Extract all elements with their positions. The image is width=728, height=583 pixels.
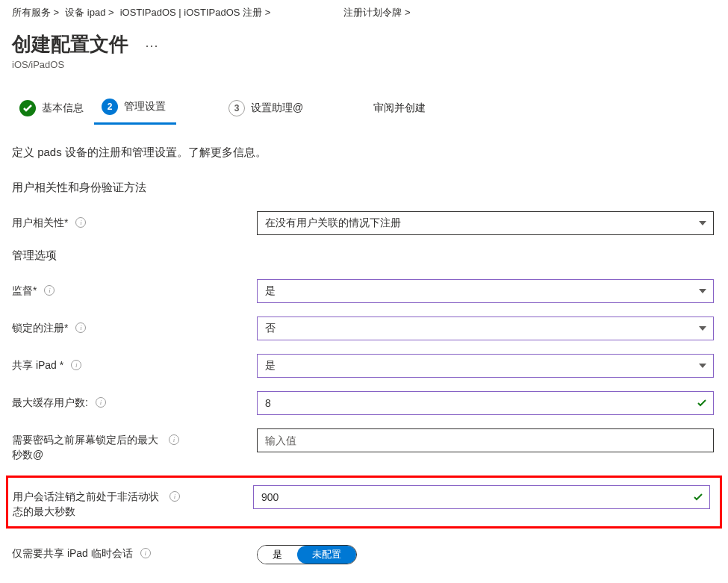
label-locked-enrollment: 锁定的注册* (12, 321, 68, 336)
info-icon[interactable]: i (75, 217, 86, 228)
select-supervised[interactable]: 是 (257, 279, 714, 303)
label-temp-session: 仅需要共享 iPad 临时会话 (12, 546, 133, 561)
highlighted-row: 用户会话注销之前处于非活动状态的最大秒数 i 900 (6, 476, 722, 529)
chevron-down-icon (699, 364, 706, 368)
step-number-icon: 2 (102, 99, 118, 115)
row-max-cached-users: 最大缓存用户数: i 8 (12, 391, 716, 415)
row-temp-session: 仅需要共享 iPad 临时会话 i 是 未配置 (12, 542, 716, 564)
breadcrumb-item[interactable]: 设备 ipad > (65, 6, 113, 19)
label-shared-ipad: 共享 iPad * (12, 358, 63, 373)
row-shared-ipad: 共享 iPad * i 是 (12, 354, 716, 378)
check-icon (19, 100, 36, 116)
breadcrumb-item[interactable]: 注册计划令牌 > (343, 6, 410, 19)
breadcrumb: 所有服务 > 设备 ipad > iOSTIPadOS | iOSTIPadOS… (12, 6, 716, 19)
label-max-cached-users: 最大缓存用户数: (12, 396, 88, 411)
info-icon[interactable]: i (169, 491, 180, 502)
select-locked-enrollment[interactable]: 否 (257, 317, 714, 340)
input-value: 900 (261, 491, 279, 503)
label-user-affinity: 用户相关性* (12, 216, 68, 231)
step-management[interactable]: 2 管理设置 (94, 93, 176, 125)
select-value: 是 (265, 359, 276, 372)
step-setup-assistant[interactable]: 3 设置助理@ (221, 94, 314, 124)
toggle-option-yes[interactable]: 是 (258, 546, 297, 564)
select-value: 否 (265, 322, 276, 335)
breadcrumb-item[interactable]: 所有服务 > (12, 6, 59, 19)
chevron-down-icon (699, 221, 706, 225)
input-value: 8 (265, 397, 271, 409)
toggle-option-not-configured[interactable]: 未配置 (297, 546, 356, 564)
info-icon[interactable]: i (75, 322, 86, 333)
row-user-affinity: 用户相关性* i 在没有用户关联的情况下注册 (12, 211, 716, 235)
select-value: 在没有用户关联的情况下注册 (265, 216, 401, 230)
info-icon[interactable]: i (44, 285, 55, 296)
check-icon (697, 397, 706, 409)
page-description: 定义 pads 设备的注册和管理设置。了解更多信息。 (12, 146, 716, 160)
label-supervised: 监督* (12, 284, 37, 299)
info-icon[interactable]: i (169, 434, 179, 445)
label-max-inactivity: 用户会话注销之前处于非活动状态的最大秒数 (13, 490, 162, 519)
step-number-icon: 3 (228, 100, 245, 116)
input-max-inactivity[interactable]: 900 (253, 485, 710, 509)
page-title: 创建配置文件 (12, 31, 128, 57)
row-locked-enrollment: 锁定的注册* i 否 (12, 317, 716, 340)
select-value: 是 (265, 284, 276, 298)
info-icon[interactable]: i (71, 360, 81, 370)
step-label: 审阅并创建 (373, 102, 426, 115)
chevron-down-icon (699, 326, 706, 331)
select-shared-ipad[interactable]: 是 (257, 354, 714, 378)
select-user-affinity[interactable]: 在没有用户关联的情况下注册 (257, 211, 714, 235)
info-icon[interactable]: i (140, 548, 151, 558)
section-management-options: 管理选项 (12, 249, 716, 263)
step-label: 基本信息 (42, 102, 84, 115)
stepper: 基本信息 2 管理设置 3 设置助理@ 审阅并创建 (12, 93, 716, 125)
check-icon (694, 491, 703, 503)
input-max-cached-users[interactable]: 8 (257, 391, 714, 415)
toggle-temp-session: 是 未配置 (257, 545, 357, 564)
step-basics[interactable]: 基本信息 (12, 94, 94, 124)
step-label: 设置助理@ (251, 102, 303, 115)
section-user-affinity: 用户相关性和身份验证方法 (12, 181, 716, 195)
breadcrumb-item[interactable]: iOSTIPadOS | iOSTIPadOS 注册 > (120, 6, 271, 19)
page-subtitle: iOS/iPadOS (12, 59, 716, 70)
row-max-seconds-lock: 需要密码之前屏幕锁定后的最大秒数@ i (12, 428, 716, 462)
label-max-seconds-lock: 需要密码之前屏幕锁定后的最大秒数@ (12, 433, 161, 462)
info-icon[interactable]: i (96, 397, 106, 408)
chevron-down-icon (699, 289, 706, 293)
step-label: 管理设置 (124, 100, 166, 113)
row-supervised: 监督* i 是 (12, 279, 716, 303)
more-icon[interactable]: ⋯ (145, 37, 160, 54)
input-max-seconds-lock[interactable] (257, 428, 714, 452)
row-max-inactivity: 用户会话注销之前处于非活动状态的最大秒数 i 900 (13, 485, 715, 519)
step-review-create[interactable]: 审阅并创建 (366, 96, 436, 122)
